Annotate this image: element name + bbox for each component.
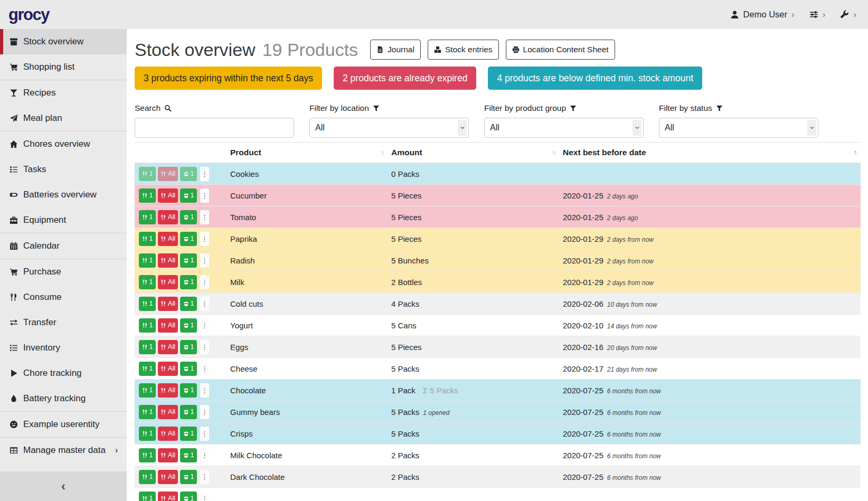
open-one-button[interactable]: 1 bbox=[180, 340, 197, 354]
open-one-button[interactable]: 1 bbox=[180, 362, 197, 376]
consume-all-button[interactable]: All bbox=[158, 427, 178, 441]
filter-icon bbox=[716, 105, 723, 112]
open-one-button[interactable]: 1 bbox=[180, 297, 197, 311]
sidebar-item-equipment[interactable]: Equipment bbox=[0, 207, 127, 233]
consume-all-button[interactable]: All bbox=[158, 491, 178, 501]
sidebar-item-shopping-list[interactable]: Shopping list bbox=[0, 54, 127, 80]
sidebar-item-manage-master-data[interactable]: Manage master data › bbox=[0, 438, 127, 463]
consume-one-button[interactable]: 1 bbox=[139, 340, 156, 354]
consume-one-button[interactable]: 1 bbox=[139, 491, 156, 501]
sidebar-item-battery-tracking[interactable]: Battery tracking bbox=[0, 386, 127, 411]
shortcuts-menu[interactable]: › bbox=[809, 10, 826, 20]
open-one-button[interactable]: 1 bbox=[180, 405, 197, 419]
row-menu-button[interactable]: ⋮ bbox=[200, 188, 209, 203]
consume-one-button[interactable]: 1 bbox=[139, 253, 156, 268]
sidebar-item-transfer[interactable]: Transfer bbox=[0, 310, 127, 335]
sidebar-item-stock-overview[interactable]: Stock overview bbox=[0, 29, 127, 54]
sidebar-collapse-button[interactable]: ‹ bbox=[0, 471, 127, 501]
info-alert[interactable]: 4 products are below defined min. stock … bbox=[488, 67, 702, 90]
sidebar-item-chore-tracking[interactable]: Chore tracking bbox=[0, 361, 127, 386]
consume-all-button[interactable]: All bbox=[158, 188, 178, 203]
row-menu-button[interactable]: ⋮ bbox=[200, 405, 209, 419]
row-menu-button[interactable]: ⋮ bbox=[200, 275, 209, 289]
sidebar-item-meal-plan[interactable]: Meal plan bbox=[0, 106, 127, 131]
consume-one-button[interactable]: 1 bbox=[139, 188, 156, 203]
open-one-button[interactable]: 1 bbox=[180, 491, 197, 501]
open-one-button[interactable]: 1 bbox=[180, 253, 197, 268]
product-group-filter-select[interactable]: All bbox=[484, 118, 644, 138]
open-one-button[interactable]: 1 bbox=[180, 167, 197, 181]
sidebar-item-recipes[interactable]: Recipes bbox=[0, 80, 127, 106]
consume-all-button[interactable]: All bbox=[158, 405, 178, 419]
row-menu-button[interactable]: ⋮ bbox=[200, 362, 209, 376]
column-header-amount[interactable]: Amount↑↓ bbox=[387, 143, 559, 163]
open-one-button[interactable]: 1 bbox=[180, 188, 197, 203]
consume-all-button[interactable]: All bbox=[158, 470, 178, 484]
row-menu-button[interactable]: ⋮ bbox=[200, 427, 209, 441]
open-one-button[interactable]: 1 bbox=[180, 275, 197, 289]
sidebar-item-consume[interactable]: Consume bbox=[0, 285, 127, 310]
row-menu-button[interactable]: ⋮ bbox=[200, 210, 209, 224]
status-filter-select[interactable]: All bbox=[659, 118, 818, 138]
location-content-sheet-button[interactable]: Location Content Sheet bbox=[506, 40, 615, 60]
location-filter-select[interactable]: All bbox=[309, 118, 469, 138]
open-one-button[interactable]: 1 bbox=[180, 318, 197, 333]
sidebar-item-chores-overview[interactable]: Chores overview bbox=[0, 131, 127, 157]
consume-all-button[interactable]: All bbox=[158, 210, 178, 224]
admin-menu[interactable]: › bbox=[840, 10, 856, 20]
sidebar-item-batteries-overview[interactable]: Batteries overview bbox=[0, 182, 127, 207]
consume-one-button[interactable]: 1 bbox=[139, 405, 156, 419]
app-logo[interactable]: grocy bbox=[8, 6, 49, 23]
user-menu[interactable]: Demo User › bbox=[730, 10, 795, 20]
consume-all-button[interactable]: All bbox=[158, 362, 178, 376]
consume-one-button[interactable]: 1 bbox=[139, 362, 156, 376]
open-one-button[interactable]: 1 bbox=[180, 210, 197, 224]
row-menu-button[interactable]: ⋮ bbox=[200, 383, 209, 398]
row-menu-button[interactable]: ⋮ bbox=[200, 470, 209, 484]
consume-one-button[interactable]: 1 bbox=[139, 470, 156, 484]
consume-one-button[interactable]: 1 bbox=[139, 318, 156, 333]
sidebar-item-inventory[interactable]: Inventory bbox=[0, 335, 127, 361]
sidebar-item-calendar[interactable]: Calendar bbox=[0, 233, 127, 259]
row-menu-button[interactable]: ⋮ bbox=[200, 253, 209, 268]
consume-one-button[interactable]: 1 bbox=[139, 427, 156, 441]
consume-one-button[interactable]: 1 bbox=[139, 297, 156, 311]
consume-one-button[interactable]: 1 bbox=[139, 210, 156, 224]
open-one-button[interactable]: 1 bbox=[180, 470, 197, 484]
consume-one-button[interactable]: 1 bbox=[139, 232, 156, 246]
open-one-button[interactable]: 1 bbox=[180, 427, 197, 441]
row-menu-button[interactable]: ⋮ bbox=[200, 318, 209, 333]
row-menu-button[interactable]: ⋮ bbox=[200, 167, 209, 181]
row-menu-button[interactable]: ⋮ bbox=[200, 232, 209, 246]
row-menu-button[interactable]: ⋮ bbox=[200, 340, 209, 354]
sidebar-item-tasks[interactable]: Tasks bbox=[0, 157, 127, 182]
consume-all-button[interactable]: All bbox=[158, 297, 178, 311]
consume-all-button[interactable]: All bbox=[158, 448, 178, 462]
danger-alert[interactable]: 2 products are already expired bbox=[334, 67, 476, 90]
open-one-button[interactable]: 1 bbox=[180, 448, 197, 462]
warning-alert[interactable]: 3 products expiring within the next 5 da… bbox=[135, 67, 322, 90]
journal-button[interactable]: Journal bbox=[370, 40, 421, 60]
open-one-button[interactable]: 1 bbox=[180, 383, 197, 398]
consume-one-button[interactable]: 1 bbox=[139, 167, 156, 181]
row-menu-button[interactable]: ⋮ bbox=[200, 297, 209, 311]
consume-all-button[interactable]: All bbox=[158, 383, 178, 398]
row-menu-button[interactable]: ⋮ bbox=[200, 491, 209, 501]
row-menu-button[interactable]: ⋮ bbox=[200, 448, 209, 462]
sidebar-item-purchase[interactable]: Purchase bbox=[0, 259, 127, 285]
consume-all-button[interactable]: All bbox=[158, 275, 178, 289]
column-header-best-before[interactable]: Next best before date↑↓ bbox=[559, 143, 861, 163]
consume-one-button[interactable]: 1 bbox=[139, 448, 156, 462]
consume-all-button[interactable]: All bbox=[158, 340, 178, 354]
consume-one-button[interactable]: 1 bbox=[139, 275, 156, 289]
sidebar-item-example-userentity[interactable]: Example userentity bbox=[0, 412, 127, 437]
search-input[interactable] bbox=[135, 118, 294, 138]
open-one-button[interactable]: 1 bbox=[180, 232, 197, 246]
consume-all-button[interactable]: All bbox=[158, 318, 178, 333]
consume-all-button[interactable]: All bbox=[158, 253, 178, 268]
column-header-product[interactable]: Product↑↓ bbox=[226, 143, 387, 163]
consume-one-button[interactable]: 1 bbox=[139, 383, 156, 398]
stock-entries-button[interactable]: Stock entries bbox=[428, 40, 499, 60]
consume-all-button[interactable]: All bbox=[158, 167, 178, 181]
consume-all-button[interactable]: All bbox=[158, 232, 178, 246]
